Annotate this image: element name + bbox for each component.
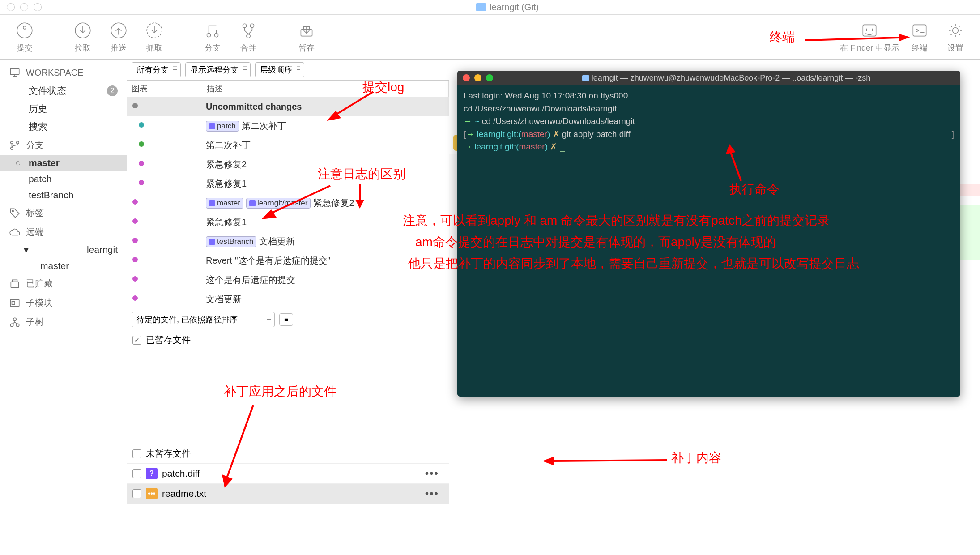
commit-list[interactable]: Uncommitted changespatch第二次补丁第二次补丁紧急修复2紧…	[127, 97, 449, 309]
staged-checkbox[interactable]	[132, 336, 141, 345]
minimize-window-button[interactable]	[20, 3, 28, 11]
unstaged-header[interactable]: 未暂存文件	[127, 444, 449, 464]
sidebar-item-search[interactable]: 搜索	[0, 118, 127, 136]
terminal-button[interactable]: 终端	[904, 21, 935, 53]
svg-point-8	[250, 24, 254, 27]
file-sort-select[interactable]: 待定的文件, 已依照路径排序	[132, 312, 275, 327]
stash-button[interactable]: 暂存	[291, 21, 322, 53]
subtrees-section[interactable]: 子树	[0, 312, 127, 332]
sidebar-item-file-status[interactable]: 文件状态 2	[0, 82, 127, 100]
sidebar-branch-patch[interactable]: patch	[0, 171, 127, 187]
terminal-line: → ~ cd /Users/zhuwenwu/Downloads/learngi…	[464, 115, 954, 128]
branch-chip[interactable]: learngit/master	[246, 198, 311, 209]
main-toolbar: 提交 拉取 推送 抓取 分支 合并 暂存 在 Finder 中显示 终端 设置	[0, 15, 980, 60]
workspace-section[interactable]: WORKSPACE	[0, 63, 127, 82]
file-name: readme.txt	[162, 488, 206, 499]
commit-label: 提交	[17, 43, 33, 53]
branches-label: 分支	[26, 139, 44, 151]
window-title: learngit (Git)	[42, 2, 973, 13]
order-select[interactable]: 层级顺序	[255, 62, 304, 77]
svg-point-18	[12, 210, 13, 212]
commit-row[interactable]: 紧急修复1	[127, 174, 449, 193]
commit-row[interactable]: 第二次补丁	[127, 136, 449, 155]
file-checkbox[interactable]	[132, 469, 141, 478]
branch-button[interactable]: 分支	[197, 21, 228, 53]
terminal-line: → learngit git:(master) ✗	[464, 141, 954, 154]
terminal-minimize-button[interactable]	[474, 74, 481, 81]
pull-label: 拉取	[75, 43, 91, 53]
commit-row[interactable]: Revert "这个是有后遗症的提交"	[127, 251, 449, 270]
sidebar-remote-learngit[interactable]: ▼ learngit	[0, 242, 127, 258]
commit-row[interactable]: 紧急修复1	[127, 213, 449, 232]
pull-button[interactable]: 拉取	[67, 21, 98, 53]
file-row[interactable]: ?patch.diff•••	[127, 464, 449, 484]
terminal-body[interactable]: Last login: Wed Aug 10 17:08:30 on ttys0…	[457, 85, 960, 158]
commit-row[interactable]: 紧急修复2	[127, 155, 449, 174]
branch-chip[interactable]: patch	[206, 121, 239, 132]
unstaged-checkbox[interactable]	[132, 449, 141, 458]
submodules-section[interactable]: 子模块	[0, 293, 127, 312]
zoom-window-button[interactable]	[34, 3, 42, 11]
branch-label: 分支	[205, 43, 221, 53]
branches-section[interactable]: 分支	[0, 136, 127, 155]
file-row[interactable]: •••readme.txt•••	[127, 484, 449, 504]
settings-label: 设置	[947, 43, 963, 53]
commit-row[interactable]: masterlearngit/master紧急修复2	[127, 193, 449, 213]
commit-row[interactable]: 文档更新	[127, 290, 449, 309]
svg-rect-12	[913, 25, 926, 36]
svg-rect-20	[13, 280, 17, 282]
view-mode-button[interactable]: ≡	[279, 313, 293, 326]
sidebar-branch-testbranch[interactable]: testBranch	[0, 187, 127, 203]
svg-point-30	[139, 180, 144, 185]
svg-rect-22	[12, 301, 15, 304]
sidebar-branch-master[interactable]: master	[0, 155, 127, 171]
fetch-button[interactable]: 抓取	[139, 21, 170, 53]
commit-row[interactable]: Uncommitted changes	[127, 97, 449, 116]
monitor-icon	[9, 67, 21, 78]
sidebar-item-history[interactable]: 历史	[0, 100, 127, 118]
commit-row[interactable]: testBranch文档更新	[127, 232, 449, 251]
file-more-button[interactable]: •••	[425, 467, 443, 480]
all-branches-select[interactable]: 所有分支	[132, 62, 181, 77]
terminal-title-text: learngit — zhuwenwu@zhuwenwudeMacBook-Pr…	[498, 73, 955, 83]
branch-icon	[9, 140, 21, 151]
terminal-zoom-button[interactable]	[486, 74, 493, 81]
commit-button[interactable]: 提交	[9, 21, 40, 53]
show-remote-select[interactable]: 显示远程分支	[185, 62, 251, 77]
terminal-line: cd /Users/zhuwenwu/Downloads/learngit	[464, 102, 954, 115]
close-window-button[interactable]	[7, 3, 15, 11]
stash-icon	[9, 278, 21, 290]
commit-description: 文档更新	[206, 293, 242, 305]
terminal-line: [→ learngit git:(master) ✗ git apply pat…	[464, 128, 954, 141]
svg-point-32	[132, 218, 138, 224]
show-in-finder-button[interactable]: 在 Finder 中显示	[840, 21, 899, 53]
remotes-section[interactable]: 远端	[0, 222, 127, 242]
stashes-section[interactable]: 已贮藏	[0, 274, 127, 293]
remotes-label: 远端	[26, 226, 44, 238]
commit-row[interactable]: 这个是有后遗症的提交	[127, 270, 449, 290]
svg-point-34	[132, 257, 138, 262]
push-button[interactable]: 推送	[103, 21, 134, 53]
branch-chip[interactable]: master	[206, 198, 243, 209]
merge-button[interactable]: 合并	[233, 21, 264, 53]
branch-chip[interactable]: testBranch	[206, 236, 256, 247]
push-label: 推送	[111, 43, 127, 53]
commit-row[interactable]: patch第二次补丁	[127, 116, 449, 136]
commit-description: 紧急修复2	[313, 197, 354, 209]
description-header: 描述	[202, 81, 449, 97]
file-checkbox[interactable]	[132, 489, 141, 498]
svg-point-28	[139, 141, 144, 147]
tags-section[interactable]: 标签	[0, 203, 127, 222]
subtrees-label: 子树	[26, 316, 44, 328]
file-more-button[interactable]: •••	[425, 487, 443, 500]
unstaged-header-label: 未暂存文件	[146, 448, 191, 460]
staged-header[interactable]: 已暂存文件	[127, 330, 449, 350]
svg-point-0	[17, 23, 32, 38]
files-area: 已暂存文件 未暂存文件 ?patch.diff••••••readme.txt•…	[127, 330, 449, 555]
svg-point-9	[247, 34, 250, 38]
window-titlebar: learngit (Git)	[0, 0, 980, 15]
settings-button[interactable]: 设置	[940, 21, 971, 53]
svg-point-26	[132, 103, 138, 108]
sidebar-remote-master[interactable]: master	[0, 258, 127, 274]
terminal-close-button[interactable]	[463, 74, 470, 81]
